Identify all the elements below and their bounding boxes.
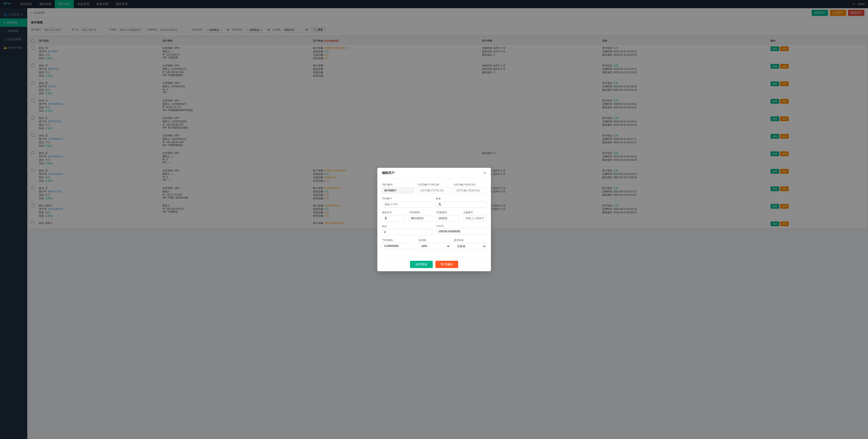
modal-title: 编辑用户 — [382, 171, 395, 175]
form-group-idcard: 身份证号 — [382, 211, 405, 222]
ustd-erc20-label: USTD账户(ERC20) — [454, 183, 486, 186]
modal-overlay[interactable]: 编辑用户 ✕ *用户账号 USTD账户(TRC20) USTD账户(ERC20) — [0, 0, 868, 439]
form-group-membergroup: *会员组 VIP0 VIP1 VIP2 VIP3 — [418, 238, 450, 250]
form-group-ustd-erc20: USTD账户(ERC20) — [454, 183, 486, 194]
idcard-label: 身份证号 — [382, 211, 405, 214]
modal-header: 编辑用户 ✕ — [377, 168, 491, 178]
modal-body: *用户账号 USTD账户(TRC20) USTD账户(ERC20) TRX账户 — [377, 178, 491, 257]
ustd-label: *USTD — [436, 225, 486, 227]
ustd-trc20-input[interactable] — [418, 187, 450, 194]
trx-input[interactable] — [382, 201, 432, 208]
userid-input[interactable] — [382, 187, 414, 194]
edit-user-modal: 编辑用户 ✕ *用户账号 USTD账户(TRC20) USTD账户(ERC20) — [377, 168, 491, 271]
nickname-label: 姓名 — [436, 197, 486, 200]
ustd-trc20-label: USTD账户(TRC20) — [418, 183, 450, 186]
trxbalance-input[interactable] — [382, 243, 414, 249]
form-row-3: 身份证号 *登录密码 *交易密码 上级账号 — [382, 211, 486, 222]
realname-field-select[interactable]: 已实名 未实名 — [454, 243, 486, 250]
form-row-2: TRX账户 姓名 — [382, 197, 486, 208]
form-group-loginpwd: *登录密码 — [409, 211, 432, 222]
realname-field-label: 是否实名 — [454, 238, 486, 242]
trxbalance-label: *TRX钱包 — [382, 238, 414, 242]
txpwd-input[interactable] — [436, 215, 459, 222]
form-group-txpwd: *交易密码 — [436, 211, 459, 222]
ustd-erc20-input[interactable] — [454, 187, 486, 194]
save-data-button[interactable]: 保存数据 — [410, 261, 433, 268]
form-row-4: 积分 *USTD — [382, 225, 486, 235]
shares-label: 积分 — [382, 225, 432, 228]
txpwd-label: *交易密码 — [436, 211, 459, 214]
membergroup-label: *会员组 — [418, 238, 450, 242]
form-group-ustd: *USTD — [436, 225, 486, 235]
idcard-input[interactable] — [382, 215, 405, 222]
form-group-nickname: 姓名 — [436, 197, 486, 208]
superior-label: 上级账号 — [463, 211, 486, 214]
form-group-trxbalance: *TRX钱包 — [382, 238, 414, 250]
loginpwd-label: *登录密码 — [409, 211, 432, 214]
modal-close-button[interactable]: ✕ — [483, 171, 486, 175]
userid-label: *用户账号 — [382, 183, 414, 186]
form-row-5: *TRX钱包 *会员组 VIP0 VIP1 VIP2 VIP3 — [382, 238, 486, 250]
form-group-superior: 上级账号 — [463, 211, 486, 222]
form-group-ustd-trc20: USTD账户(TRC20) — [418, 183, 450, 194]
superior-input[interactable] — [463, 215, 486, 222]
membergroup-select[interactable]: VIP0 VIP1 VIP2 VIP3 — [418, 243, 450, 250]
cancel-edit-button[interactable]: 取消编辑 — [435, 261, 458, 268]
shares-input[interactable] — [382, 229, 432, 235]
nickname-input[interactable] — [436, 201, 486, 208]
form-group-trx: TRX账户 — [382, 197, 432, 208]
form-row-1: *用户账号 USTD账户(TRC20) USTD账户(ERC20) — [382, 183, 486, 194]
form-group-userid: *用户账号 — [382, 183, 414, 194]
trx-label: TRX账户 — [382, 197, 432, 200]
loginpwd-input[interactable] — [409, 215, 432, 222]
modal-footer: 保存数据 取消编辑 — [377, 257, 491, 271]
form-group-realname: 是否实名 已实名 未实名 — [454, 238, 486, 250]
ustd-input[interactable] — [436, 228, 486, 235]
form-group-shares: 积分 — [382, 225, 432, 235]
